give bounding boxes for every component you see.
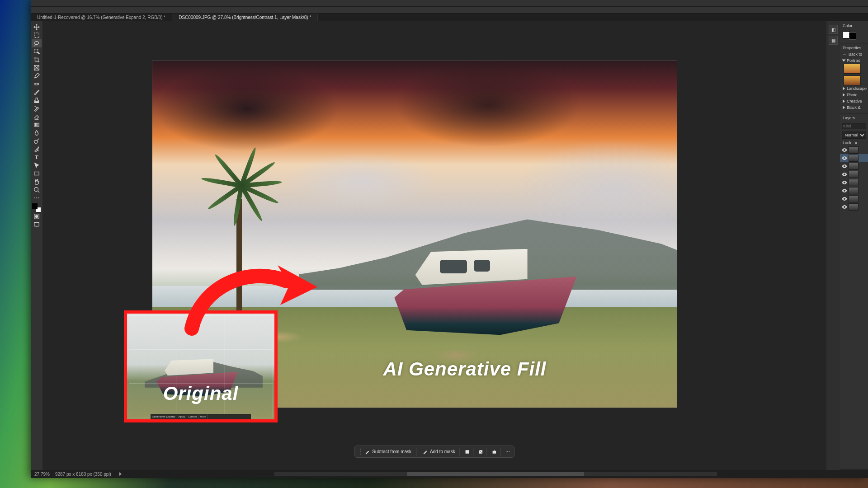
visibility-toggle-icon[interactable] [842,156,847,160]
blend-mode-select[interactable]: Normal [842,131,866,139]
visibility-toggle-icon[interactable] [842,148,847,152]
tools-panel: T ⋯ [31,21,42,470]
layer-thumb [849,195,859,202]
layer-row-1[interactable] [840,146,868,154]
pen-tool-icon[interactable] [32,145,42,153]
status-chevron-icon[interactable] [119,472,122,476]
color-swatch-display[interactable] [840,29,868,41]
lock-row[interactable]: Lock: ⨯ [840,140,868,146]
contextual-task-bar[interactable]: ⋮ Subtract from mask Add to mask [354,446,514,458]
section-bw[interactable]: Black & [840,104,868,111]
preset-thumb-2[interactable] [844,75,861,85]
layer-row-4[interactable] [840,170,868,178]
menu-bar[interactable] [31,0,868,7]
crop-tool-icon[interactable] [32,56,42,64]
layer-thumb [849,179,859,186]
visibility-toggle-icon[interactable] [842,164,847,169]
marquee-tool-icon[interactable] [32,31,42,39]
layer-row-8[interactable] [840,203,868,211]
taskbar-action-3-button[interactable] [489,448,501,456]
blur-tool-icon[interactable] [32,129,42,137]
boat-cabin [415,249,528,285]
taskbar-action-1-button[interactable] [462,448,474,456]
inset-bar-item-2: Apply [177,414,187,419]
canvas-area[interactable]: AI Generative Fill Original Generative E… [42,21,826,470]
layers-panel-header[interactable]: Layers [840,115,868,121]
document-tab-2[interactable]: DSC00009.JPG @ 27.8% (Brightness/Contras… [172,14,318,21]
section-creative[interactable]: Creative [840,98,868,104]
section-portrait[interactable]: Portrait [840,57,868,64]
more-tools-icon[interactable]: ⋯ [32,194,42,202]
svg-rect-11 [34,223,39,226]
add-to-mask-button[interactable]: Add to mask [418,448,460,456]
layer-thumb [849,203,859,211]
path-select-tool-icon[interactable] [32,161,42,169]
visibility-toggle-icon[interactable] [842,205,847,209]
taskbar-more-button[interactable]: ⋯ [502,448,513,455]
screen-mode-icon[interactable] [32,221,42,229]
photoshop-window: Untitled-1-Recovered @ 16.7% (Generative… [31,0,868,478]
export-icon [492,449,497,455]
layers-filter-input[interactable] [842,123,866,129]
visibility-toggle-icon[interactable] [842,172,847,177]
stamp-tool-icon[interactable] [32,96,42,104]
visibility-toggle-icon[interactable] [842,197,847,201]
eyedropper-tool-icon[interactable] [32,72,42,80]
section-photo-label: Photo [847,93,858,97]
eraser-tool-icon[interactable] [32,113,42,121]
color-panel-header[interactable]: Color [840,23,868,29]
back-button[interactable]: ← Back to [840,51,868,57]
layer-row-2[interactable] [840,154,868,162]
preset-thumb-1[interactable] [844,64,861,74]
rectangle-tool-icon[interactable] [32,169,42,178]
inset-bar-item-1: Generative Expand [151,414,177,419]
lock-icon: ⨯ [854,141,858,145]
section-landscape[interactable]: Landscape [840,85,868,92]
layer-thumb [849,171,859,178]
palm-fronds [208,150,275,217]
document-info[interactable]: 9287 px x 6183 px (350 ppi) [55,472,111,477]
gradient-tool-icon[interactable] [32,121,42,129]
move-tool-icon[interactable] [32,23,42,31]
taskbar-action-2-button[interactable] [475,448,487,456]
chevron-right-icon [843,87,845,90]
quick-mask-icon[interactable] [32,212,42,221]
inset-label: Original [127,383,274,404]
layer-row-6[interactable] [840,187,868,195]
color-swatches[interactable] [32,203,41,212]
history-brush-tool-icon[interactable] [32,104,42,113]
properties-panel-header[interactable]: Properties [840,45,868,51]
visibility-toggle-icon[interactable] [842,180,847,185]
object-select-tool-icon[interactable] [32,47,42,56]
boat [394,249,575,335]
layer-thumb [849,163,859,170]
type-tool-icon[interactable]: T [32,153,42,161]
document-tab-2-label: DSC00009.JPG @ 27.8% (Brightness/Contras… [179,15,311,20]
mini-panel-2-icon[interactable]: ▦ [829,36,838,45]
layer-row-3[interactable] [840,162,868,170]
frame-tool-icon[interactable] [32,64,42,72]
section-photo[interactable]: Photo [840,92,868,98]
mini-panel-1-icon[interactable]: ◧ [829,25,838,34]
dodge-tool-icon[interactable] [32,137,42,145]
collapsed-panels-strip: ◧ ▦ [826,21,840,470]
more-icon: ⋯ [505,449,510,454]
heal-tool-icon[interactable] [32,80,42,88]
brush-tool-icon[interactable] [32,88,42,96]
lasso-tool-icon[interactable] [32,39,42,47]
foreground-swatch[interactable] [32,203,38,209]
taskbar-drag-handle-icon[interactable]: ⋮ [356,447,359,456]
document-tab-1[interactable]: Untitled-1-Recovered @ 16.7% (Generative… [31,14,172,21]
zoom-tool-icon[interactable] [32,186,42,194]
zoom-level[interactable]: 27.79% [34,472,50,477]
horizontal-scrollbar[interactable] [127,472,864,476]
visibility-toggle-icon[interactable] [842,188,847,193]
svg-rect-0 [34,33,39,38]
inset-bar-item-3: Cancel [187,414,199,419]
hand-tool-icon[interactable] [32,178,42,186]
workspace: T ⋯ [31,21,868,470]
layer-row-5[interactable] [840,178,868,187]
layer-row-7[interactable] [840,195,868,203]
subtract-from-mask-button[interactable]: Subtract from mask [360,448,416,456]
options-bar[interactable] [31,7,868,14]
